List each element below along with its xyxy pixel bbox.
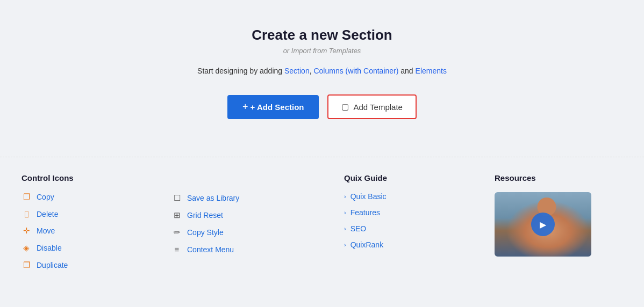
list-item-grid-reset[interactable]: ⊞ Grid Reset: [172, 210, 323, 220]
control-icons-list-1: ❐ Copy ⌷ Delete ✛ Move ◈ Disable ❐ Dupli…: [22, 192, 172, 270]
resources-heading: Resources: [495, 173, 622, 182]
play-button-icon[interactable]: ▶: [531, 213, 555, 236]
control-icons-col2: ☐ Save as Library ⊞ Grid Reset ✏ Copy St…: [172, 173, 323, 270]
chevron-right-icon: ›: [344, 242, 346, 248]
page-title: Create a new Section: [252, 27, 392, 43]
guide-item-seo[interactable]: › SEO: [344, 224, 495, 233]
context-menu-icon: ≡: [172, 245, 182, 254]
resources-col: Resources ▶: [495, 173, 622, 270]
context-menu-label: Context Menu: [187, 245, 234, 254]
add-section-button[interactable]: + + Add Section: [227, 95, 319, 119]
list-item-context-menu[interactable]: ≡ Context Menu: [172, 245, 323, 254]
copy-icon: ❐: [22, 192, 31, 202]
chevron-right-icon: ›: [344, 225, 346, 232]
add-template-button[interactable]: ▢ Add Template: [327, 94, 416, 119]
bottom-section: Control Icons ❐ Copy ⌷ Delete ✛ Move ◈ D…: [0, 173, 644, 270]
quixrank-label: QuixRank: [350, 240, 383, 249]
duplicate-icon: ❐: [22, 260, 31, 270]
copy-style-icon: ✏: [172, 228, 182, 237]
grid-reset-label: Grid Reset: [187, 211, 223, 220]
grid-reset-icon: ⊞: [172, 210, 182, 220]
list-item-delete[interactable]: ⌷ Delete: [22, 209, 172, 218]
move-label: Move: [37, 226, 55, 235]
seo-label: SEO: [350, 224, 367, 233]
quix-guide-heading: Quix Guide: [344, 173, 495, 182]
disable-label: Disable: [37, 244, 62, 252]
disable-icon: ◈: [22, 243, 31, 253]
delete-icon: ⌷: [22, 209, 31, 218]
guide-item-quixrank[interactable]: › QuixRank: [344, 240, 495, 249]
page-description: Start designing by adding Section, Colum…: [197, 67, 447, 75]
quix-basic-label: Quix Basic: [350, 192, 387, 201]
list-item-save-library[interactable]: ☐ Save as Library: [172, 193, 323, 203]
list-item-copy-style[interactable]: ✏ Copy Style: [172, 228, 323, 237]
chevron-right-icon: ›: [344, 193, 346, 200]
delete-label: Delete: [37, 210, 58, 218]
move-icon: ✛: [22, 226, 31, 236]
features-label: Features: [350, 208, 380, 217]
list-item-move[interactable]: ✛ Move: [22, 226, 172, 236]
control-icons-col1: Control Icons ❐ Copy ⌷ Delete ✛ Move ◈ D…: [22, 173, 172, 270]
list-item-duplicate[interactable]: ❐ Duplicate: [22, 260, 172, 270]
quix-guide-col: Quix Guide › Quix Basic › Features › SEO…: [344, 173, 495, 270]
add-template-label: Add Template: [353, 103, 402, 112]
buttons-row: + + Add Section ▢ Add Template: [227, 94, 417, 119]
control-icons-heading: Control Icons: [22, 173, 172, 182]
guide-list: › Quix Basic › Features › SEO › QuixRank: [344, 192, 495, 249]
save-library-label: Save as Library: [187, 194, 239, 202]
guide-item-features[interactable]: › Features: [344, 208, 495, 217]
control-icons-list-2: ☐ Save as Library ⊞ Grid Reset ✏ Copy St…: [172, 193, 323, 254]
duplicate-label: Duplicate: [37, 261, 68, 269]
book-icon: ▢: [341, 102, 349, 112]
list-item-copy[interactable]: ❐ Copy: [22, 192, 172, 202]
main-content: Create a new Section or Import from Temp…: [0, 0, 644, 157]
save-library-icon: ☐: [172, 193, 182, 203]
copy-style-label: Copy Style: [187, 228, 224, 237]
guide-item-quix-basic[interactable]: › Quix Basic: [344, 192, 495, 201]
copy-label: Copy: [37, 193, 54, 201]
page-subtitle: or Import from Templates: [283, 47, 361, 55]
plus-icon: +: [242, 101, 248, 113]
add-section-label: + Add Section: [251, 103, 304, 112]
chevron-right-icon: ›: [344, 209, 346, 216]
video-thumbnail[interactable]: ▶: [495, 192, 591, 257]
list-item-disable[interactable]: ◈ Disable: [22, 243, 172, 253]
section-divider: [0, 157, 644, 157]
